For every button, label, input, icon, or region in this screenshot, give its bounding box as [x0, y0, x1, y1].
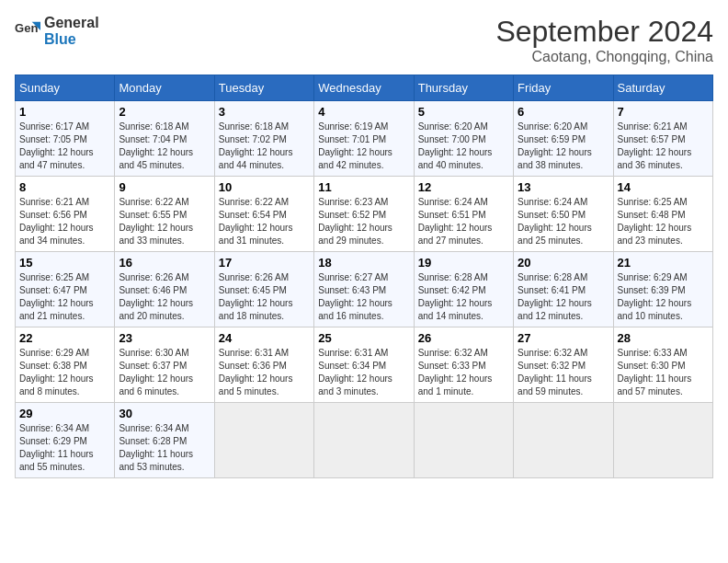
day-number: 27	[518, 331, 609, 345]
calendar-cell: 25Sunrise: 6:31 AM Sunset: 6:34 PM Dayli…	[314, 327, 414, 403]
day-number: 16	[119, 256, 210, 270]
calendar-cell: 19Sunrise: 6:28 AM Sunset: 6:42 PM Dayli…	[414, 252, 513, 327]
calendar-cell: 5Sunrise: 6:20 AM Sunset: 7:00 PM Daylig…	[414, 101, 513, 177]
calendar-table: SundayMondayTuesdayWednesdayThursdayFrid…	[15, 75, 713, 478]
weekday-friday: Friday	[514, 75, 613, 101]
day-info: Sunrise: 6:29 AM Sunset: 6:39 PM Dayligh…	[618, 271, 709, 323]
day-number: 6	[518, 105, 609, 119]
logo-line2: Blue	[44, 31, 99, 48]
day-info: Sunrise: 6:25 AM Sunset: 6:47 PM Dayligh…	[19, 271, 110, 323]
day-info: Sunrise: 6:18 AM Sunset: 7:02 PM Dayligh…	[219, 121, 310, 172]
calendar-cell: 15Sunrise: 6:25 AM Sunset: 6:47 PM Dayli…	[16, 252, 115, 327]
day-info: Sunrise: 6:32 AM Sunset: 6:32 PM Dayligh…	[518, 347, 609, 398]
day-info: Sunrise: 6:28 AM Sunset: 6:41 PM Dayligh…	[518, 271, 609, 323]
calendar-cell: 29Sunrise: 6:34 AM Sunset: 6:29 PM Dayli…	[16, 403, 115, 478]
day-number: 26	[418, 331, 509, 345]
calendar-cell: 21Sunrise: 6:29 AM Sunset: 6:39 PM Dayli…	[613, 252, 712, 327]
weekday-tuesday: Tuesday	[214, 75, 313, 101]
calendar-cell: 23Sunrise: 6:30 AM Sunset: 6:37 PM Dayli…	[115, 327, 214, 403]
day-number: 15	[19, 256, 110, 270]
day-info: Sunrise: 6:20 AM Sunset: 6:59 PM Dayligh…	[518, 121, 609, 172]
day-number: 7	[618, 105, 709, 119]
subtitle: Caotang, Chongqing, China	[495, 49, 713, 65]
calendar-cell: 9Sunrise: 6:22 AM Sunset: 6:55 PM Daylig…	[115, 177, 214, 252]
day-info: Sunrise: 6:18 AM Sunset: 7:04 PM Dayligh…	[119, 121, 210, 172]
calendar-cell: 26Sunrise: 6:32 AM Sunset: 6:33 PM Dayli…	[414, 327, 513, 403]
day-number: 12	[418, 180, 509, 194]
day-info: Sunrise: 6:26 AM Sunset: 6:46 PM Dayligh…	[119, 271, 210, 323]
day-info: Sunrise: 6:21 AM Sunset: 6:56 PM Dayligh…	[19, 196, 110, 247]
header: Gen General Blue September 2024 Caotang,…	[15, 15, 713, 65]
day-info: Sunrise: 6:17 AM Sunset: 7:05 PM Dayligh…	[19, 121, 110, 172]
day-info: Sunrise: 6:22 AM Sunset: 6:54 PM Dayligh…	[219, 196, 310, 247]
calendar-week-1: 1Sunrise: 6:17 AM Sunset: 7:05 PM Daylig…	[16, 101, 713, 177]
calendar-body: 1Sunrise: 6:17 AM Sunset: 7:05 PM Daylig…	[16, 101, 713, 478]
day-info: Sunrise: 6:24 AM Sunset: 6:50 PM Dayligh…	[518, 196, 609, 247]
calendar-cell: 4Sunrise: 6:19 AM Sunset: 7:01 PM Daylig…	[314, 101, 414, 177]
day-number: 19	[418, 256, 509, 270]
day-number: 17	[219, 256, 310, 270]
calendar-cell: 24Sunrise: 6:31 AM Sunset: 6:36 PM Dayli…	[214, 327, 313, 403]
day-info: Sunrise: 6:29 AM Sunset: 6:38 PM Dayligh…	[19, 347, 110, 398]
calendar-cell: 1Sunrise: 6:17 AM Sunset: 7:05 PM Daylig…	[16, 101, 115, 177]
calendar-cell	[214, 403, 313, 478]
day-number: 5	[418, 105, 509, 119]
calendar-cell: 28Sunrise: 6:33 AM Sunset: 6:30 PM Dayli…	[613, 327, 712, 403]
calendar-cell	[514, 403, 613, 478]
day-info: Sunrise: 6:25 AM Sunset: 6:48 PM Dayligh…	[618, 196, 709, 247]
day-number: 11	[318, 180, 409, 194]
calendar-cell: 3Sunrise: 6:18 AM Sunset: 7:02 PM Daylig…	[214, 101, 313, 177]
day-number: 9	[119, 180, 210, 194]
calendar-week-4: 22Sunrise: 6:29 AM Sunset: 6:38 PM Dayli…	[16, 327, 713, 403]
calendar-week-3: 15Sunrise: 6:25 AM Sunset: 6:47 PM Dayli…	[16, 252, 713, 327]
day-number: 3	[219, 105, 310, 119]
calendar-cell	[414, 403, 513, 478]
calendar-cell: 16Sunrise: 6:26 AM Sunset: 6:46 PM Dayli…	[115, 252, 214, 327]
calendar-cell: 18Sunrise: 6:27 AM Sunset: 6:43 PM Dayli…	[314, 252, 414, 327]
calendar-cell: 22Sunrise: 6:29 AM Sunset: 6:38 PM Dayli…	[16, 327, 115, 403]
calendar-cell: 13Sunrise: 6:24 AM Sunset: 6:50 PM Dayli…	[514, 177, 613, 252]
day-info: Sunrise: 6:20 AM Sunset: 7:00 PM Dayligh…	[418, 121, 509, 172]
logo-line1: General	[44, 15, 99, 31]
day-info: Sunrise: 6:34 AM Sunset: 6:29 PM Dayligh…	[19, 422, 110, 474]
day-number: 22	[19, 331, 110, 345]
weekday-wednesday: Wednesday	[314, 75, 414, 101]
day-number: 20	[518, 256, 609, 270]
calendar-cell	[314, 403, 414, 478]
day-info: Sunrise: 6:32 AM Sunset: 6:33 PM Dayligh…	[418, 347, 509, 398]
calendar-cell	[613, 403, 712, 478]
weekday-header-row: SundayMondayTuesdayWednesdayThursdayFrid…	[16, 75, 713, 101]
calendar-cell: 30Sunrise: 6:34 AM Sunset: 6:28 PM Dayli…	[115, 403, 214, 478]
day-number: 25	[318, 331, 409, 345]
day-number: 30	[119, 407, 210, 420]
day-info: Sunrise: 6:31 AM Sunset: 6:34 PM Dayligh…	[318, 347, 409, 398]
calendar-cell: 27Sunrise: 6:32 AM Sunset: 6:32 PM Dayli…	[514, 327, 613, 403]
day-number: 8	[19, 180, 110, 194]
day-number: 1	[19, 105, 110, 119]
day-info: Sunrise: 6:19 AM Sunset: 7:01 PM Dayligh…	[318, 121, 409, 172]
title-area: September 2024 Caotang, Chongqing, China	[495, 15, 713, 65]
calendar-cell: 7Sunrise: 6:21 AM Sunset: 6:57 PM Daylig…	[613, 101, 712, 177]
calendar-cell: 11Sunrise: 6:23 AM Sunset: 6:52 PM Dayli…	[314, 177, 414, 252]
day-number: 29	[19, 407, 110, 420]
day-number: 24	[219, 331, 310, 345]
calendar-cell: 14Sunrise: 6:25 AM Sunset: 6:48 PM Dayli…	[613, 177, 712, 252]
day-info: Sunrise: 6:30 AM Sunset: 6:37 PM Dayligh…	[119, 347, 210, 398]
month-title: September 2024	[495, 15, 713, 49]
calendar-week-5: 29Sunrise: 6:34 AM Sunset: 6:29 PM Dayli…	[16, 403, 713, 478]
day-number: 4	[318, 105, 409, 119]
day-info: Sunrise: 6:23 AM Sunset: 6:52 PM Dayligh…	[318, 196, 409, 247]
day-number: 28	[618, 331, 709, 345]
calendar-cell: 8Sunrise: 6:21 AM Sunset: 6:56 PM Daylig…	[16, 177, 115, 252]
calendar-cell: 10Sunrise: 6:22 AM Sunset: 6:54 PM Dayli…	[214, 177, 313, 252]
weekday-monday: Monday	[115, 75, 214, 101]
day-info: Sunrise: 6:33 AM Sunset: 6:30 PM Dayligh…	[618, 347, 709, 398]
calendar-cell: 2Sunrise: 6:18 AM Sunset: 7:04 PM Daylig…	[115, 101, 214, 177]
day-info: Sunrise: 6:21 AM Sunset: 6:57 PM Dayligh…	[618, 121, 709, 172]
day-info: Sunrise: 6:27 AM Sunset: 6:43 PM Dayligh…	[318, 271, 409, 323]
calendar-cell: 20Sunrise: 6:28 AM Sunset: 6:41 PM Dayli…	[514, 252, 613, 327]
day-number: 2	[119, 105, 210, 119]
day-info: Sunrise: 6:22 AM Sunset: 6:55 PM Dayligh…	[119, 196, 210, 247]
day-number: 23	[119, 331, 210, 345]
day-number: 18	[318, 256, 409, 270]
